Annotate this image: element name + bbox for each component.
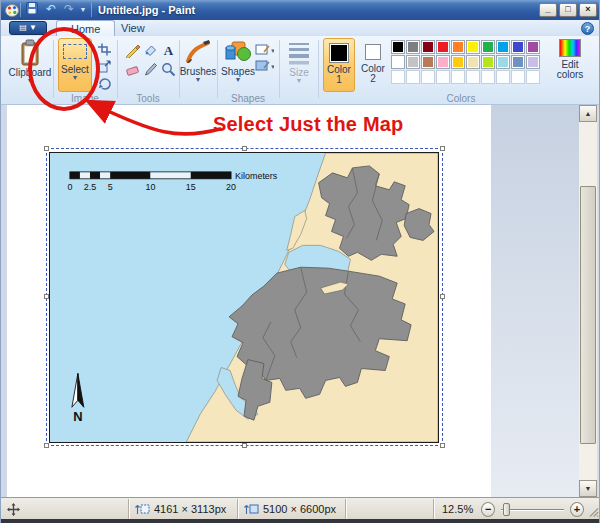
zoom-in-button[interactable]: + xyxy=(570,502,584,517)
selection-handle-nw[interactable] xyxy=(44,146,49,151)
edit-colors-button[interactable]: Edit colors xyxy=(547,39,593,80)
eyedropper-icon xyxy=(143,62,158,77)
pencil-tool-button[interactable] xyxy=(123,41,141,59)
palette-swatch[interactable] xyxy=(451,55,465,69)
selection-handle-se[interactable] xyxy=(440,443,445,448)
palette-swatch-empty[interactable] xyxy=(436,70,450,84)
vertical-scrollbar[interactable]: ▲ ▼ xyxy=(579,105,597,497)
palette-swatch[interactable] xyxy=(391,40,405,54)
palette-swatch[interactable] xyxy=(406,40,420,54)
palette-swatch[interactable] xyxy=(496,40,510,54)
scrollbar-thumb[interactable] xyxy=(580,186,596,444)
qat-dropdown-button[interactable]: ▼ xyxy=(77,2,89,18)
fill-tool-button[interactable] xyxy=(141,41,159,59)
palette-swatch[interactable] xyxy=(481,40,495,54)
color2-swatch xyxy=(365,44,381,60)
palette-swatch[interactable] xyxy=(406,55,420,69)
shape-outline-button[interactable]: ▼ xyxy=(253,42,275,56)
palette-swatch[interactable] xyxy=(466,55,480,69)
redo-button[interactable]: ↷ xyxy=(60,2,78,18)
svg-text:▼: ▼ xyxy=(270,64,274,70)
selection-size-section: 4161 × 3113px xyxy=(129,499,238,519)
palette-swatch-empty[interactable] xyxy=(451,70,465,84)
edit-colors-icon xyxy=(559,39,581,57)
palette-swatch[interactable] xyxy=(421,40,435,54)
palette-swatch[interactable] xyxy=(496,55,510,69)
application-menu-button[interactable]: ▤ ▼ xyxy=(9,21,47,35)
shape-fill-button[interactable]: ▼ xyxy=(253,58,275,72)
group-label-colors: Colors xyxy=(381,93,541,104)
palette-swatch[interactable] xyxy=(421,55,435,69)
magnifier-tool-button[interactable] xyxy=(159,60,177,78)
title-bar: ↶ ↷ ▼ Untitled.jpg - Paint _ □ × xyxy=(1,0,600,20)
redo-icon: ↷ xyxy=(64,2,74,16)
zoom-slider-thumb[interactable] xyxy=(503,503,510,516)
palette-swatch-empty[interactable] xyxy=(391,70,405,84)
crop-icon xyxy=(98,43,111,56)
minimize-button[interactable]: _ xyxy=(539,3,557,17)
palette-swatch[interactable] xyxy=(391,55,405,69)
palette-swatch[interactable] xyxy=(466,40,480,54)
annotation-text: Select Just the Map xyxy=(213,113,404,136)
palette-swatch-empty[interactable] xyxy=(511,70,525,84)
palette-swatch[interactable] xyxy=(526,55,540,69)
palette-swatch-empty[interactable] xyxy=(466,70,480,84)
palette-swatch[interactable] xyxy=(451,40,465,54)
palette-swatch-empty[interactable] xyxy=(526,70,540,84)
palette-swatch[interactable] xyxy=(436,55,450,69)
chevron-down-icon: ▼ xyxy=(235,77,242,83)
chevron-down-icon: ▼ xyxy=(296,78,303,84)
zoom-slider[interactable] xyxy=(501,503,564,516)
scroll-up-button[interactable]: ▲ xyxy=(579,105,597,122)
palette-swatch-empty[interactable] xyxy=(406,70,420,84)
chevron-down-icon: ▼ xyxy=(29,23,37,32)
help-button[interactable]: ? xyxy=(581,22,594,35)
outline-icon: ▼ xyxy=(255,44,274,55)
undo-button[interactable]: ↶ xyxy=(42,2,60,18)
save-button[interactable] xyxy=(23,2,41,18)
color-picker-tool-button[interactable] xyxy=(141,60,159,78)
zoom-section: 12.5% − + xyxy=(434,499,599,519)
brushes-button[interactable]: Brushes ▼ xyxy=(181,40,215,83)
palette-swatch-empty[interactable] xyxy=(496,70,510,84)
selection-handle-sw[interactable] xyxy=(44,443,49,448)
selection-handle-ne[interactable] xyxy=(440,146,445,151)
close-icon: × xyxy=(585,4,590,14)
selection-handle-e[interactable] xyxy=(440,294,445,299)
palette-swatch[interactable] xyxy=(436,40,450,54)
fill-style-icon: ▼ xyxy=(255,60,274,71)
shapes-button[interactable]: Shapes ▼ xyxy=(221,40,255,83)
color1-swatch xyxy=(329,43,349,63)
group-divider xyxy=(318,40,319,98)
palette-swatch-empty[interactable] xyxy=(421,70,435,84)
size-button[interactable]: Size ▼ xyxy=(283,41,315,84)
selection-size-icon xyxy=(135,503,150,515)
close-button[interactable]: × xyxy=(579,3,597,17)
group-label-shapes: Shapes xyxy=(219,93,277,104)
text-tool-button[interactable]: A xyxy=(159,41,177,59)
window-title: Untitled.jpg - Paint xyxy=(98,0,195,20)
palette-swatch[interactable] xyxy=(511,55,525,69)
empty-section xyxy=(346,499,434,519)
brush-icon xyxy=(185,40,211,64)
color1-button[interactable]: Color 1 xyxy=(323,38,355,92)
image-size-icon xyxy=(244,503,259,515)
palette-swatch[interactable] xyxy=(511,40,525,54)
scalebar-tick: 2.5 xyxy=(84,182,96,192)
tab-view[interactable]: View xyxy=(107,20,159,36)
maximize-button[interactable]: □ xyxy=(559,3,577,17)
palette-swatch-empty[interactable] xyxy=(481,70,495,84)
palette-swatch[interactable] xyxy=(481,55,495,69)
resize-grip-icon[interactable] xyxy=(589,507,599,518)
color2-button[interactable]: Color 2 xyxy=(358,38,388,92)
eraser-tool-button[interactable] xyxy=(123,60,141,78)
magnifier-icon xyxy=(161,62,176,77)
palette-swatch[interactable] xyxy=(526,40,540,54)
group-divider xyxy=(279,40,280,98)
selection-handle-n[interactable] xyxy=(242,146,247,151)
annotation-arrow xyxy=(63,88,223,140)
scroll-down-button[interactable]: ▼ xyxy=(579,480,597,497)
selection-handle-s[interactable] xyxy=(242,443,247,448)
zoom-out-button[interactable]: − xyxy=(481,502,495,517)
edit-colors-label: Edit colors xyxy=(553,60,587,80)
